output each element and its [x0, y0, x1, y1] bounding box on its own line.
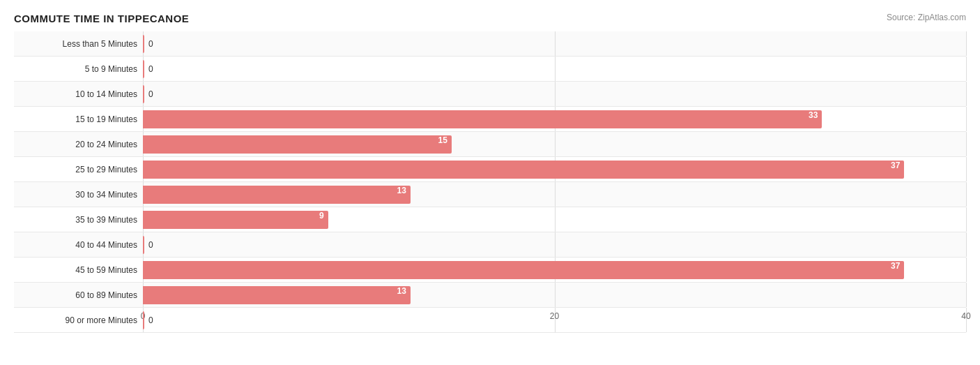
x-axis-tick: 40	[961, 311, 970, 321]
bar-fill: 9	[143, 211, 328, 229]
bar-value: 15	[438, 135, 447, 145]
bar-row: 25 to 29 Minutes37	[14, 157, 966, 182]
bar-value: 0	[148, 64, 153, 74]
bars-area: Less than 5 Minutes05 to 9 Minutes010 to…	[14, 31, 966, 306]
chart-title: COMMUTE TIME IN TIPPECANOE	[14, 13, 189, 24]
bar-label: 40 to 44 Minutes	[14, 240, 143, 250]
bar-fill: 0	[143, 60, 144, 78]
bar-row: 35 to 39 Minutes9	[14, 207, 966, 232]
bar-row: 60 to 89 Minutes13	[14, 283, 966, 308]
bar-value: 37	[891, 161, 900, 170]
bar-value: 33	[809, 110, 818, 120]
bar-track: 13	[143, 283, 966, 307]
bar-track: 9	[143, 207, 966, 232]
chart-container: COMMUTE TIME IN TIPPECANOE Source: ZipAt…	[0, 0, 980, 365]
bar-fill: 15	[143, 135, 452, 154]
bar-fill: 37	[143, 261, 904, 279]
bar-value: 0	[148, 315, 153, 325]
bar-value: 0	[148, 240, 153, 250]
bar-fill: 0	[143, 311, 144, 329]
x-axis: 02040	[143, 306, 966, 321]
bar-value: 13	[397, 286, 406, 296]
chart-source: Source: ZipAtlas.com	[887, 13, 966, 22]
bar-fill: 0	[143, 35, 144, 53]
bar-value: 37	[891, 261, 900, 271]
bar-value: 0	[148, 89, 153, 99]
bar-label: 15 to 19 Minutes	[14, 114, 143, 124]
bar-fill: 13	[143, 286, 411, 304]
bar-row: 15 to 19 Minutes33	[14, 107, 966, 132]
bar-row: 40 to 44 Minutes0	[14, 232, 966, 258]
bar-value: 13	[397, 186, 406, 195]
bar-label: 5 to 9 Minutes	[14, 64, 143, 74]
bar-fill: 13	[143, 186, 411, 204]
bar-track: 37	[143, 157, 966, 181]
bar-row: 10 to 14 Minutes0	[14, 82, 966, 107]
bar-fill: 0	[143, 85, 144, 103]
chart-header: COMMUTE TIME IN TIPPECANOE Source: ZipAt…	[14, 13, 966, 24]
bar-track: 0	[143, 57, 966, 81]
bar-label: 45 to 59 Minutes	[14, 265, 143, 275]
bar-value: 9	[319, 211, 324, 221]
bar-row: 30 to 34 Minutes13	[14, 182, 966, 207]
bar-track: 13	[143, 182, 966, 207]
bar-row: Less than 5 Minutes0	[14, 31, 966, 57]
bar-fill: 0	[143, 236, 144, 254]
bar-track: 15	[143, 132, 966, 156]
bar-track: 33	[143, 107, 966, 131]
bar-label: 25 to 29 Minutes	[14, 165, 143, 174]
bar-row: 20 to 24 Minutes15	[14, 132, 966, 157]
bar-label: 30 to 34 Minutes	[14, 190, 143, 200]
bar-track: 0	[143, 82, 966, 106]
bar-label: 35 to 39 Minutes	[14, 215, 143, 225]
bar-track: 0	[143, 31, 966, 56]
bar-label: 90 or more Minutes	[14, 315, 143, 325]
bar-track: 37	[143, 258, 966, 282]
bar-track: 0	[143, 232, 966, 257]
bar-row: 45 to 59 Minutes37	[14, 258, 966, 283]
bar-fill: 33	[143, 110, 822, 128]
bar-label: 20 to 24 Minutes	[14, 140, 143, 149]
bar-label: 10 to 14 Minutes	[14, 89, 143, 99]
bar-fill: 37	[143, 161, 904, 179]
chart-body: Less than 5 Minutes05 to 9 Minutes010 to…	[14, 31, 966, 321]
bar-label: Less than 5 Minutes	[14, 39, 143, 49]
bar-value: 0	[148, 39, 153, 49]
x-axis-tick: 20	[550, 311, 559, 321]
bar-row: 5 to 9 Minutes0	[14, 57, 966, 82]
bar-label: 60 to 89 Minutes	[14, 290, 143, 300]
